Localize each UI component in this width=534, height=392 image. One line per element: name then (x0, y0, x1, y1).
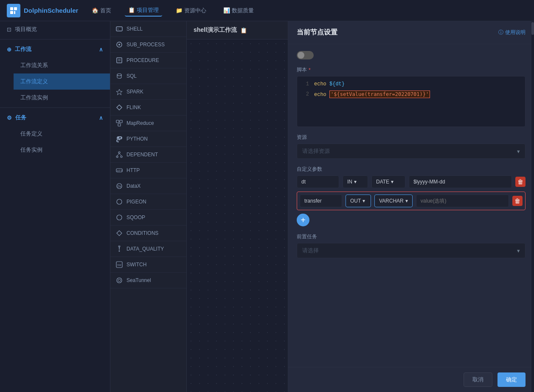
resource-label: 资源 (297, 134, 526, 141)
resource-select[interactable]: 请选择资源 ▾ (297, 144, 526, 159)
python-icon (115, 135, 123, 143)
sidebar-section-workflow[interactable]: ⊕ 工作流 ∧ (0, 41, 110, 57)
param-direction-2[interactable]: OUT ▾ (346, 195, 371, 207)
task-item-mapreduce[interactable]: MapReduce (110, 116, 186, 131)
task-item-sql[interactable]: SQL (110, 68, 186, 84)
workflow-icon: ⊕ (7, 46, 11, 53)
seatunnel-icon (115, 276, 123, 284)
data-quality-icon (115, 245, 123, 253)
task-label-mapreduce: MapReduce (126, 120, 154, 126)
task-item-sqoop[interactable]: SQOOP (110, 210, 186, 226)
pigeon-icon (115, 198, 123, 206)
canvas-area: >_ SHELL SUB_PROCESS PROCEDURE (110, 21, 288, 392)
add-param-button[interactable]: + (297, 214, 309, 226)
task-label-data-quality: DATA_QUALITY (126, 246, 164, 252)
param-name-2[interactable] (300, 195, 342, 207)
svg-text:SW: SW (117, 264, 121, 266)
task-label-datax: DataX (126, 183, 141, 189)
task-item-dependent[interactable]: DEPENDENT (110, 147, 186, 163)
code-text-2: echo '${setValue(transfer=20220701)}' (314, 90, 430, 99)
svg-marker-12 (116, 89, 122, 95)
code-text-1: echo ${dt} (314, 80, 345, 88)
sidebar-item-workflow-relation[interactable]: 工作流关系 (14, 57, 110, 73)
task-item-seatunnel[interactable]: SeaTunnel (110, 273, 186, 288)
resource-chevron-icon: ▾ (517, 148, 520, 155)
task-item-http[interactable]: HTTP HTTP (110, 163, 186, 178)
sidebar-item-project-overview[interactable]: ⊡ 项目概览 (0, 21, 110, 37)
cancel-button[interactable]: 取消 (464, 372, 492, 387)
task-item-flink[interactable]: FLINK (110, 100, 186, 116)
confirm-button[interactable]: 确定 (497, 372, 526, 387)
param-value-1[interactable] (409, 175, 512, 188)
help-link[interactable]: ⓘ 使用说明 (498, 29, 526, 36)
sidebar-item-task-definition[interactable]: 任务定义 (14, 126, 110, 142)
param-type-2[interactable]: VARCHAR ▾ (374, 195, 413, 207)
task-item-python[interactable]: PYTHON (110, 131, 186, 147)
direction-chevron-2: ▾ (363, 198, 365, 204)
task-item-pigeon[interactable]: PIGEON (110, 194, 186, 210)
task-label-seatunnel: SeaTunnel (126, 277, 151, 283)
sqoop-icon (115, 214, 123, 221)
overview-icon: ⊡ (7, 26, 11, 33)
prior-task-select[interactable]: 请选择 ▾ (297, 243, 526, 258)
nav-home[interactable]: 🏠 首页 (88, 5, 115, 16)
task-item-spark[interactable]: SPARK (110, 84, 186, 100)
task-item-switch[interactable]: SW SWITCH (110, 257, 186, 273)
prior-task-placeholder: 请选择 (302, 247, 319, 254)
svg-rect-2 (10, 11, 13, 14)
task-item-procedure[interactable]: PROCEDURE (110, 53, 186, 68)
sidebar-item-task-instance[interactable]: 任务实例 (14, 142, 110, 158)
logo-icon (7, 4, 20, 17)
task-icon: ⚙ (7, 115, 12, 121)
right-panel: 当前节点设置 ⓘ 使用说明 脚本 * 1 echo ${dt} (288, 21, 534, 392)
prior-task-label: 前置任务 (297, 233, 526, 240)
svg-point-18 (121, 156, 122, 158)
nav-data-quality[interactable]: 📊 数据质量 (220, 5, 257, 16)
sidebar-section-task[interactable]: ⚙ 任务 ∧ (0, 110, 110, 126)
svg-point-26 (117, 215, 122, 220)
param-row-2-wrapper: OUT ▾ VARCHAR ▾ 🗑 (297, 192, 526, 210)
workflow-header: shell演示工作流 📋 (187, 21, 288, 39)
param-direction-1[interactable]: IN ▾ (343, 175, 368, 188)
svg-rect-1 (14, 7, 17, 10)
task-item-datax[interactable]: Dx DataX (110, 178, 186, 194)
task-label-pigeon: PIGEON (126, 199, 146, 205)
script-label: 脚本 * (297, 66, 526, 73)
main-layout: ⊡ 项目概览 ⊕ 工作流 ∧ 工作流关系 工作流定义 工作流实例 ⚙ 任务 ∧ (0, 21, 534, 392)
task-label-sql: SQL (126, 73, 137, 79)
code-editor[interactable]: 1 echo ${dt} 2 echo '${setValue(transfer… (297, 76, 526, 127)
param-type-1[interactable]: DATE ▾ (371, 175, 405, 188)
dependent-icon (115, 151, 123, 158)
param-name-1[interactable] (297, 175, 339, 188)
sql-icon (115, 72, 123, 80)
toggle-thumb (298, 52, 304, 59)
sidebar-item-workflow-definition[interactable]: 工作流定义 (14, 73, 110, 90)
nav-resource-center[interactable]: 📁 资源中心 (172, 5, 210, 16)
svg-point-16 (118, 152, 120, 153)
task-item-conditions[interactable]: CONDITIONS (110, 226, 186, 241)
param-value-2[interactable] (416, 195, 509, 207)
param-delete-1[interactable]: 🗑 (515, 177, 526, 187)
copy-icon[interactable]: 📋 (240, 27, 247, 34)
sidebar-item-workflow-instance[interactable]: 工作流实例 (14, 90, 110, 106)
help-icon: ⓘ (498, 29, 503, 36)
task-item-subprocess[interactable]: SUB_PROCESS (110, 37, 186, 53)
task-item-shell[interactable]: >_ SHELL (110, 21, 186, 37)
svg-point-25 (117, 199, 122, 204)
task-label-switch: SWITCH (126, 262, 146, 268)
prior-task-chevron-icon: ▾ (517, 248, 520, 254)
nav-project-mgmt[interactable]: 📋 项目管理 (125, 5, 162, 17)
task-item-data-quality[interactable]: DATA_QUALITY (110, 241, 186, 257)
main-content: shell演示工作流 📋 (187, 21, 288, 392)
svg-point-31 (117, 278, 122, 283)
task-label-conditions: CONDITIONS (126, 230, 158, 236)
workflow-canvas[interactable] (187, 39, 288, 392)
task-label-shell: SHELL (126, 26, 143, 32)
param-delete-2[interactable]: 🗑 (512, 196, 523, 206)
app-logo: DolphinScheduler (7, 4, 78, 17)
right-panel-body: 脚本 * 1 echo ${dt} 2 echo '${setValue(tra… (288, 44, 534, 367)
node-toggle[interactable] (297, 51, 314, 59)
workflow-arrow: ∧ (99, 46, 103, 53)
type-chevron-1: ▾ (391, 179, 393, 185)
scrollbar-thumb[interactable] (531, 22, 534, 35)
